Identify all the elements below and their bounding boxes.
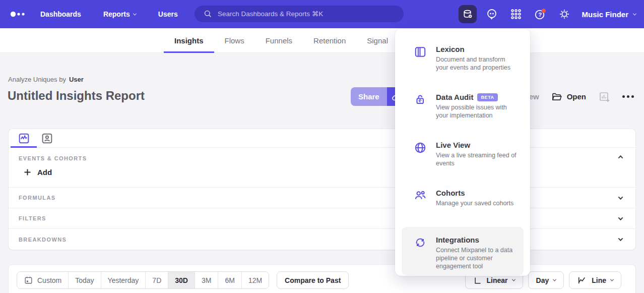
settings-icon [558, 8, 570, 20]
chart-toolbar: Custom Today Yesterday 7D 30D 3M 6M 12M … [8, 264, 636, 293]
data-management-icon [462, 9, 474, 20]
data-management-button[interactable] [459, 5, 477, 23]
help-icon: ? [534, 8, 547, 21]
menu-item-text: Data Audit BETA View possible issues wit… [436, 93, 519, 129]
builder-view-tabs [9, 129, 635, 148]
menu-item-description: Manage your saved cohorts [436, 199, 519, 207]
menu-item-integrations[interactable]: Integrations Connect Mixpanel to a data … [402, 227, 524, 275]
chart-type-dropdown[interactable]: Line [569, 271, 621, 289]
cohorts-icon [414, 189, 427, 222]
section-formulas: FORMULAS [9, 188, 635, 208]
range-30d[interactable]: 30D [168, 272, 195, 288]
analyze-subtitle: Analyze Uniques byUser [8, 76, 84, 83]
help-button[interactable]: ? [531, 5, 549, 23]
date-controls: Custom Today Yesterday 7D 30D 3M 6M 12M … [17, 271, 349, 289]
range-custom[interactable]: Custom [17, 272, 69, 288]
beta-badge: BETA [477, 93, 497, 101]
pulse-chart-icon [18, 132, 30, 145]
tab-signal[interactable]: Signal [356, 28, 399, 53]
range-6m[interactable]: 6M [218, 272, 241, 288]
ellipsis-icon [622, 95, 634, 98]
chevron-down-icon [553, 278, 556, 281]
tab-retention[interactable]: Retention [303, 28, 356, 53]
menu-item-description: View possible issues with your implement… [436, 103, 519, 120]
chevron-up-icon [618, 155, 623, 160]
menu-item-lexicon[interactable]: Lexicon Document and transform your even… [402, 38, 524, 86]
menu-item-text: Cohorts Manage your saved cohorts [436, 189, 519, 222]
range-today[interactable]: Today [69, 272, 101, 288]
report-title[interactable]: Untitled Insights Report [8, 89, 145, 103]
menu-item-title: Integrations [436, 236, 479, 244]
query-builder-card: EVENTS & COHORTS Add FORMULAS FILTERS BR… [8, 129, 636, 250]
menu-item-data-audit[interactable]: Data Audit BETA View possible issues wit… [402, 86, 524, 134]
more-options-button[interactable] [622, 95, 634, 98]
scale-label: Linear [487, 276, 508, 284]
interval-label: Day [536, 276, 549, 284]
section-formulas-header[interactable]: FORMULAS [9, 188, 635, 208]
tab-flows[interactable]: Flows [214, 28, 255, 53]
apps-grid-icon [510, 8, 522, 20]
menu-item-description: Document and transform your events and p… [436, 55, 519, 72]
menu-item-title: Lexicon [436, 45, 465, 53]
section-events-cohorts: EVENTS & COHORTS Add [9, 148, 635, 188]
apps-grid-button[interactable] [507, 5, 525, 23]
folder-open-icon [551, 91, 562, 102]
nav-reports-label: Reports [103, 10, 130, 18]
live-view-icon [414, 141, 427, 177]
chevron-down-icon [511, 278, 515, 281]
nav-users-label: Users [158, 10, 178, 18]
section-events-header[interactable]: EVENTS & COHORTS [9, 148, 635, 161]
menu-item-description: View a live streaming feed of events [436, 151, 519, 167]
nav-dashboards[interactable]: Dashboards [40, 10, 81, 18]
section-breakdowns-header[interactable]: BREAKDOWNS [9, 229, 635, 250]
range-12m[interactable]: 12M [242, 272, 269, 288]
analyze-entity[interactable]: User [69, 76, 84, 83]
compare-to-past-button[interactable]: Compare to Past [277, 271, 349, 289]
add-to-dashboard-button[interactable] [598, 91, 610, 103]
chevron-down-icon [133, 12, 137, 15]
section-filters-label: FILTERS [19, 215, 46, 221]
menu-item-text: Integrations Connect Mixpanel to a data … [436, 236, 519, 270]
mixpanel-logo-icon[interactable] [10, 11, 30, 17]
report-type-tabbar: Insights Flows Funnels Retention Signal … [0, 28, 644, 53]
tab-funnels[interactable]: Funnels [255, 28, 303, 53]
nav-reports[interactable]: Reports [103, 10, 136, 18]
menu-item-cohorts[interactable]: Cohorts Manage your saved cohorts [402, 182, 524, 227]
interval-dropdown[interactable]: Day [528, 271, 564, 289]
section-filters-header[interactable]: FILTERS [9, 208, 635, 228]
tab-insights[interactable]: Insights [164, 28, 214, 53]
chevron-down-icon [618, 236, 623, 241]
open-label: Open [567, 92, 586, 101]
section-events-label: EVENTS & COHORTS [19, 155, 87, 161]
add-label: Add [37, 168, 52, 177]
feedback-button[interactable] [483, 5, 501, 23]
open-report-button[interactable]: Open [551, 91, 586, 102]
range-3m[interactable]: 3M [195, 272, 218, 288]
nav-dashboards-label: Dashboards [40, 10, 81, 18]
share-button[interactable]: Share [351, 87, 387, 106]
user-icon [41, 132, 53, 145]
chart-type-label: Line [592, 276, 606, 284]
topbar-icon-group: ? [459, 5, 573, 23]
data-audit-icon [414, 93, 427, 129]
chevron-down-icon [618, 195, 623, 200]
menu-item-live-view[interactable]: Live View View a live streaming feed of … [402, 134, 524, 182]
settings-button[interactable] [555, 5, 573, 23]
add-event-button[interactable]: Add [24, 168, 52, 177]
chevron-down-icon [633, 12, 636, 15]
nav-users[interactable]: Users [158, 10, 178, 18]
global-search[interactable] [195, 6, 404, 22]
tab-users-view[interactable] [40, 131, 53, 146]
project-name: Music Finder [582, 10, 628, 19]
calendar-icon [24, 275, 33, 285]
range-yesterday[interactable]: Yesterday [101, 272, 146, 288]
menu-item-title: Data Audit [436, 93, 473, 101]
search-input[interactable] [195, 6, 404, 22]
project-switcher[interactable]: Music Finder [582, 0, 636, 28]
lexicon-icon [414, 45, 427, 81]
section-breakdowns: BREAKDOWNS [9, 229, 635, 250]
range-7d[interactable]: 7D [146, 272, 168, 288]
tab-events-view[interactable] [17, 131, 30, 146]
menu-item-title: Live View [436, 141, 470, 149]
menu-item-description: Connect Mixpanel to a data pipeline or c… [436, 246, 519, 270]
